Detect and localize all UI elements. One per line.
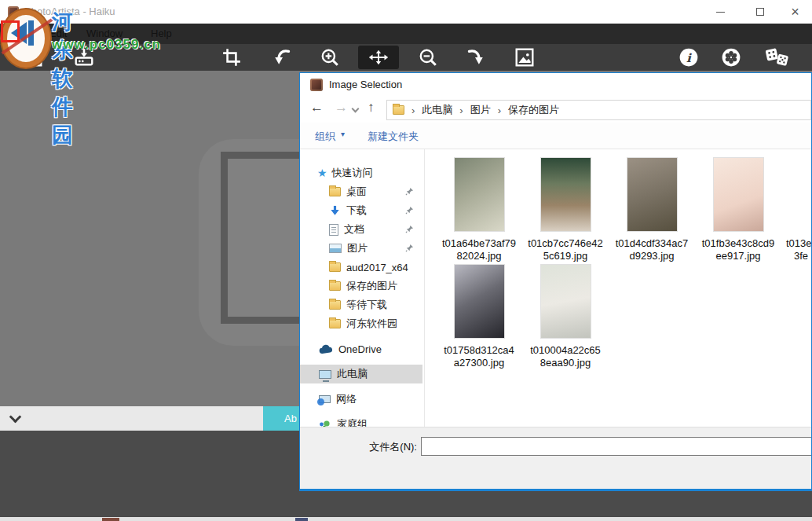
zoom-in-icon[interactable] — [320, 47, 340, 68]
taskbar-icon-fragment — [295, 518, 308, 521]
file-name: t013e — [786, 237, 812, 250]
dialog-icon — [310, 79, 323, 91]
organize-button[interactable]: 组织 — [315, 130, 335, 144]
pin-icon — [405, 244, 414, 252]
back-icon[interactable]: ← — [310, 100, 324, 116]
sidebar-label: 网络 — [336, 392, 357, 406]
taskbar-icon-fragment — [102, 518, 119, 521]
file-item[interactable]: t01cb7cc746e425c619.jpg — [522, 158, 609, 262]
menu-help[interactable]: Help — [151, 28, 172, 39]
sidebar-item-onedrive[interactable]: OneDrive — [300, 339, 424, 358]
image-selection-dialog: Image Selection ← → ↑ › 此电脑 › 图片 › 保存的图片… — [299, 72, 812, 491]
app-icon — [8, 6, 19, 17]
file-item[interactable]: t01d4cdf334ac7d9293.jpg — [609, 158, 695, 262]
dice-icon[interactable] — [765, 47, 790, 68]
minimize-button[interactable] — [703, 0, 738, 24]
file-name: a27300.jpg — [436, 357, 522, 369]
menu-window[interactable]: Window — [86, 28, 123, 39]
file-name: t01a64be73af79 — [436, 237, 522, 250]
maximize-button[interactable] — [742, 0, 777, 24]
move-tool-button[interactable] — [358, 46, 399, 69]
sidebar-label: 等待下载 — [346, 298, 387, 312]
sidebar-label: OneDrive — [338, 343, 382, 355]
sidebar-label: 保存的图片 — [346, 279, 397, 293]
close-button[interactable]: × — [777, 0, 812, 24]
file-name: t01d4cdf334ac7 — [609, 237, 695, 250]
filename-input[interactable] — [421, 437, 812, 456]
sidebar-item-saved-pictures[interactable]: 保存的图片 — [300, 277, 424, 295]
crop-icon[interactable] — [221, 47, 242, 68]
new-folder-button[interactable]: 新建文件夹 — [368, 130, 419, 144]
file-item[interactable]: t013e3fe — [781, 158, 812, 262]
folder-icon — [329, 262, 341, 272]
file-name: d9293.jpg — [609, 250, 695, 262]
quick-access-star-icon: ★ — [317, 167, 327, 179]
dialog-body: ★ 快速访问 桌面 下载 文档 — [300, 149, 811, 427]
sidebar-label: aud2017_x64 — [346, 262, 408, 273]
dialog-title: Image Selection — [329, 79, 402, 90]
file-thumbnail — [541, 158, 591, 231]
breadcrumb-separator: › — [459, 105, 463, 116]
sidebar-item-desktop[interactable]: 桌面 — [300, 182, 424, 201]
sidebar-item-pictures[interactable]: 图片 — [300, 239, 424, 258]
breadcrumb-separator: › — [411, 105, 415, 116]
settings-icon[interactable] — [721, 47, 741, 68]
file-item[interactable]: t01758d312ca4a27300.jpg — [436, 265, 522, 369]
sidebar-label: 河东软件园 — [346, 317, 397, 331]
breadcrumb-pictures[interactable]: 图片 — [470, 103, 491, 117]
folder-icon — [329, 319, 341, 328]
dialog-sidebar: ★ 快速访问 桌面 下载 文档 — [300, 149, 425, 427]
pin-icon — [405, 187, 414, 196]
history-chevron-icon[interactable] — [352, 105, 360, 113]
sidebar-item-hedong[interactable]: 河东软件园 — [300, 314, 424, 333]
undo-icon[interactable] — [272, 47, 293, 68]
sidebar-item-downloads[interactable]: 下载 — [300, 201, 424, 220]
menu-edit[interactable]: Edit — [49, 28, 67, 39]
sidebar-item-pending-downloads[interactable]: 等待下载 — [300, 295, 424, 314]
forward-icon[interactable]: → — [335, 100, 348, 116]
sidebar-item-documents[interactable]: 文档 — [300, 220, 424, 239]
file-name: t01758d312ca4 — [436, 344, 522, 357]
network-icon — [319, 395, 331, 403]
info-icon[interactable]: i — [678, 47, 699, 68]
pictures-icon — [329, 244, 342, 253]
sidebar-label: 快速访问 — [332, 166, 373, 180]
import-icon[interactable] — [74, 47, 94, 68]
up-icon[interactable]: ↑ — [368, 100, 375, 116]
photo-icon[interactable] — [23, 47, 43, 68]
file-item[interactable]: t01fb3e43c8cd9ee917.jpg — [695, 158, 781, 262]
chevron-down-icon[interactable] — [9, 411, 22, 424]
file-item[interactable]: t01a64be73af7982024.jpg — [436, 158, 522, 262]
breadcrumb-saved-pictures[interactable]: 保存的图片 — [508, 103, 559, 117]
sidebar-item-this-pc[interactable]: 此电脑 — [300, 365, 422, 383]
folder-icon — [329, 300, 341, 310]
redo-icon[interactable] — [465, 47, 485, 68]
folder-icon — [329, 187, 341, 196]
move-icon — [368, 50, 390, 65]
address-bar[interactable]: › 此电脑 › 图片 › 保存的图片 — [386, 100, 811, 120]
dialog-command-row: 组织 ▾ 新建文件夹 — [300, 123, 811, 149]
folder-icon — [329, 281, 341, 291]
menu-bar: Edit Window Help — [0, 24, 812, 44]
file-name: 5c619.jpg — [522, 250, 609, 262]
about-button[interactable]: Ab — [263, 406, 299, 431]
photoartista-window: PhotoArtista - Haiku × Edit Window Help … — [0, 0, 812, 521]
file-thumbnail — [714, 158, 763, 231]
sidebar-label: 文档 — [344, 222, 364, 237]
file-name: t01fb3e43c8cd9 — [695, 237, 781, 250]
sidebar-item-aud2017[interactable]: aud2017_x64 — [300, 258, 424, 277]
folder-icon — [393, 105, 404, 115]
zoom-out-icon[interactable] — [418, 47, 438, 68]
organize-caret-icon[interactable]: ▾ — [341, 130, 345, 138]
file-name: 3fe — [786, 250, 812, 262]
file-thumbnail — [541, 265, 591, 338]
sidebar-item-network[interactable]: 网络 — [300, 390, 424, 409]
breadcrumb-this-pc[interactable]: 此电脑 — [422, 103, 452, 117]
file-item[interactable]: t010004a22c658eaa90.jpg — [522, 265, 609, 369]
sidebar-label: 下载 — [346, 204, 367, 218]
dialog-titlebar: Image Selection — [300, 73, 811, 97]
sidebar-item-quick-access[interactable]: ★ 快速访问 — [300, 163, 424, 182]
gallery-icon[interactable] — [514, 47, 535, 68]
pin-icon — [405, 225, 414, 233]
toolbar: i — [0, 44, 812, 71]
